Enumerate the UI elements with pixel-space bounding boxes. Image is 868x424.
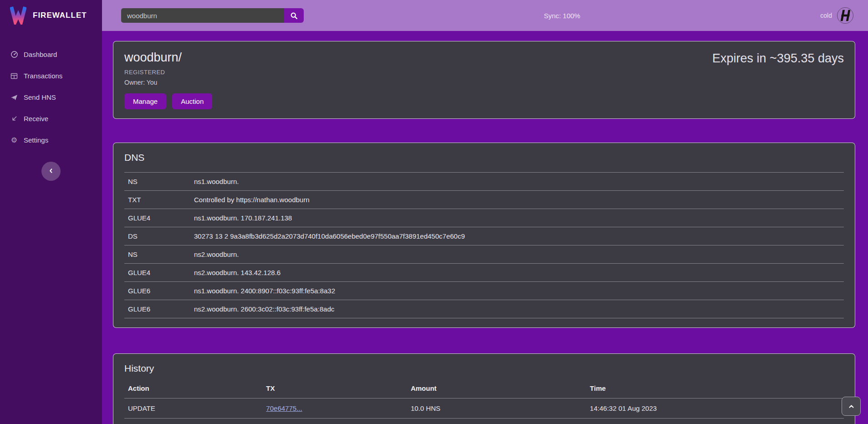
dns-record-row: GLUE6 ns1.woodburn. 2400:8907::f03c:93ff… <box>124 282 844 300</box>
dns-record-value: Controlled by https://nathan.woodburn <box>190 191 844 209</box>
send-icon <box>10 94 18 101</box>
dns-record-value: 30273 13 2 9a3a8fb3d625d2a2073d740f10da6… <box>190 227 844 245</box>
history-time: 15:45:06 07 Jul 2023 <box>586 419 844 424</box>
firewallet-logo-icon <box>10 6 26 25</box>
app-window: FIREWALLET Dashboard Transactions Send H… <box>0 0 868 424</box>
dns-record-type: NS <box>124 173 190 191</box>
history-action: RENEW <box>124 419 262 424</box>
receive-icon <box>10 115 18 122</box>
chevron-up-icon <box>848 403 855 410</box>
domain-owner: Owner: You <box>124 79 212 86</box>
history-row: RENEW d72e5c... 10.0 HNS 15:45:06 07 Jul… <box>124 419 844 424</box>
table-icon <box>10 72 18 80</box>
search-input[interactable] <box>121 8 284 23</box>
dns-record-type: GLUE6 <box>124 300 190 318</box>
domain-actions: Manage Auction <box>124 93 212 109</box>
gauge-icon <box>10 51 18 58</box>
dns-record-type: DS <box>124 227 190 245</box>
search-button[interactable] <box>284 8 304 23</box>
wallet-name: cold <box>820 12 832 19</box>
dns-record-value: ns1.woodburn. 2400:8907::f03c:93ff:fe5a:… <box>190 282 844 300</box>
domain-info: woodburn/ REGISTERED Owner: You Manage A… <box>124 51 212 109</box>
content: woodburn/ REGISTERED Owner: You Manage A… <box>102 31 868 424</box>
dns-title: DNS <box>124 152 844 163</box>
domain-name: woodburn/ <box>124 51 212 65</box>
dns-record-row: GLUE4 ns1.woodburn. 170.187.241.138 <box>124 209 844 227</box>
history-col-action: Action <box>124 380 262 398</box>
dns-record-row: NS ns2.woodburn. <box>124 245 844 264</box>
sidebar-collapse-button[interactable] <box>41 162 61 181</box>
dns-record-type: GLUE4 <box>124 209 190 227</box>
history-table: Action TX Amount Time UPDATE 70e64775...… <box>124 380 844 424</box>
sidebar-item-label: Transactions <box>24 72 62 80</box>
domain-card: woodburn/ REGISTERED Owner: You Manage A… <box>113 41 855 119</box>
dns-record-row: DS 30273 13 2 9a3a8fb3d625d2a2073d740f10… <box>124 227 844 245</box>
dns-record-type: GLUE6 <box>124 282 190 300</box>
dns-record-row: GLUE4 ns2.woodburn. 143.42.128.6 <box>124 264 844 282</box>
sidebar-item-label: Receive <box>24 115 48 123</box>
history-col-amount: Amount <box>407 380 586 398</box>
dns-card: DNS NS ns1.woodburn. TXT Controlled by h… <box>113 143 855 328</box>
sidebar-item-settings[interactable]: ⚙ Settings <box>0 129 102 151</box>
gear-icon: ⚙ <box>10 137 18 144</box>
sync-status: Sync: 100% <box>304 12 820 20</box>
wallet-group[interactable]: cold <box>820 7 860 24</box>
scroll-top-button[interactable] <box>842 397 861 416</box>
sidebar-item-label: Settings <box>24 136 48 144</box>
sidebar-item-dashboard[interactable]: Dashboard <box>0 44 102 65</box>
history-amount: 10.0 HNS <box>407 419 586 424</box>
dns-record-value: ns2.woodburn. 2600:3c02::f03c:93ff:fe5a:… <box>190 300 844 318</box>
dns-record-value: ns1.woodburn. <box>190 173 844 191</box>
history-row: UPDATE 70e64775... 10.0 HNS 14:46:32 01 … <box>124 398 844 419</box>
sidebar-nav: Dashboard Transactions Send HNS Receive <box>0 44 102 151</box>
history-title: History <box>124 363 844 374</box>
app-title: FIREWALLET <box>33 11 87 20</box>
sidebar-item-transactions[interactable]: Transactions <box>0 65 102 87</box>
app-logo: FIREWALLET <box>0 0 102 31</box>
dns-record-type: TXT <box>124 191 190 209</box>
history-action: UPDATE <box>124 398 262 419</box>
handshake-logo-icon[interactable] <box>837 7 853 24</box>
tx-link[interactable]: 70e64775... <box>266 404 302 412</box>
dns-record-value: ns2.woodburn. <box>190 245 844 264</box>
sidebar-item-label: Send HNS <box>24 93 56 101</box>
dns-record-type: NS <box>124 245 190 264</box>
sidebar-item-receive[interactable]: Receive <box>0 108 102 129</box>
dns-record-type: GLUE4 <box>124 264 190 282</box>
history-time: 14:46:32 01 Aug 2023 <box>586 398 844 419</box>
history-card: History Action TX Amount Time UPDATE <box>113 353 855 424</box>
domain-expiry: Expires in ~395.35 days <box>712 51 844 66</box>
dns-record-row: GLUE6 ns2.woodburn. 2600:3c02::f03c:93ff… <box>124 300 844 318</box>
chevron-left-icon <box>48 168 54 175</box>
dns-table: NS ns1.woodburn. TXT Controlled by https… <box>124 172 844 318</box>
sidebar-item-send-hns[interactable]: Send HNS <box>0 87 102 108</box>
domain-status-badge: REGISTERED <box>124 69 212 76</box>
sidebar: FIREWALLET Dashboard Transactions Send H… <box>0 0 102 424</box>
main-area: Sync: 100% cold w <box>102 0 868 424</box>
history-col-time: Time <box>586 380 844 398</box>
dns-record-row: NS ns1.woodburn. <box>124 173 844 191</box>
manage-button[interactable]: Manage <box>124 93 166 109</box>
history-header-row: Action TX Amount Time <box>124 380 844 398</box>
dns-record-row: TXT Controlled by https://nathan.woodbur… <box>124 191 844 209</box>
search-icon <box>290 12 298 20</box>
auction-button[interactable]: Auction <box>172 93 212 109</box>
dns-record-value: ns2.woodburn. 143.42.128.6 <box>190 264 844 282</box>
history-col-tx: TX <box>262 380 407 398</box>
topbar: Sync: 100% cold <box>102 0 868 31</box>
sidebar-item-label: Dashboard <box>24 51 57 58</box>
history-amount: 10.0 HNS <box>407 398 586 419</box>
search-group <box>121 8 304 23</box>
dns-record-value: ns1.woodburn. 170.187.241.138 <box>190 209 844 227</box>
